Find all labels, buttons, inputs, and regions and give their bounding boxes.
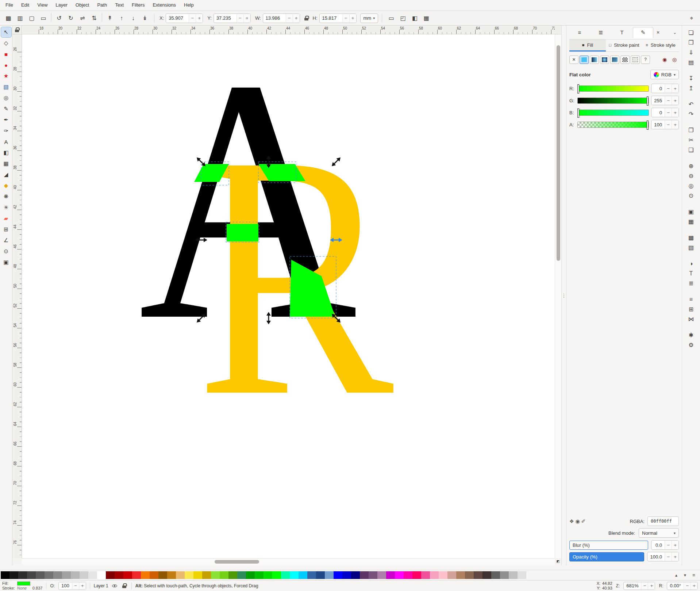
eraser-tool[interactable]: ▰ — [1, 213, 11, 224]
opacity-increment-icon[interactable]: + — [672, 552, 678, 561]
pen-tool[interactable]: ✒ — [1, 115, 11, 125]
rotation-decrement-icon[interactable]: − — [684, 582, 691, 590]
paint-flat-color[interactable] — [580, 56, 589, 64]
dialog-tab-text[interactable]: T — [612, 27, 632, 38]
slider-track-b[interactable] — [577, 110, 649, 116]
zoom-decrement-icon[interactable]: − — [641, 582, 648, 590]
paint-bucket-tool[interactable]: ◆ — [1, 180, 11, 191]
dock-expander-icon[interactable]: ⌄ — [671, 28, 679, 37]
clone-icon[interactable]: ▦ — [686, 217, 697, 226]
palette-swatch[interactable] — [509, 571, 518, 579]
unit-selector[interactable]: mm ▾ — [360, 14, 378, 23]
selector-tool[interactable]: ↖ — [1, 27, 11, 37]
fill-rule-nonzero-icon[interactable]: ◎ — [670, 56, 679, 64]
selection-box-icon[interactable]: ▭ — [38, 13, 49, 24]
undo-icon[interactable]: ↶ — [686, 99, 697, 109]
zoom-tool[interactable]: ⊙ — [1, 246, 11, 256]
connector-tool[interactable]: ⊞ — [1, 224, 11, 235]
palette-swatch[interactable] — [316, 571, 325, 579]
gradient-tool[interactable]: ◧ — [1, 148, 11, 158]
layer-visibility-icon[interactable] — [112, 583, 117, 588]
slider-g-input-value[interactable]: 255 — [651, 98, 665, 103]
x-input[interactable]: 35.907 − + — [166, 14, 203, 23]
slider-r-input-decrement-icon[interactable]: − — [665, 84, 672, 93]
palette-swatch[interactable] — [491, 571, 500, 579]
palette-swatch[interactable] — [176, 571, 185, 579]
tweak-tool[interactable]: ❋ — [1, 191, 11, 202]
spiral-tool[interactable]: ◎ — [1, 93, 11, 103]
deselect-icon[interactable]: ▢ — [26, 13, 37, 24]
slider-a-input-decrement-icon[interactable]: − — [665, 120, 672, 129]
palette-swatch[interactable] — [106, 571, 115, 579]
layer-lock-icon[interactable] — [122, 583, 126, 588]
palette-swatch[interactable] — [421, 571, 430, 579]
slider-handle[interactable] — [578, 85, 579, 93]
horizontal-ruler[interactable]: 1820222426283032343638404244464850525456… — [22, 26, 555, 34]
dialog-tab-fill-stroke[interactable]: ✎ — [633, 27, 653, 38]
tab-fill[interactable]: ■Fill — [569, 39, 606, 52]
slider-g-input[interactable]: 255−+ — [651, 96, 679, 105]
rectangle-tool[interactable]: ■ — [1, 49, 11, 59]
find-icon[interactable]: ✱ — [686, 330, 697, 340]
layer-indicator[interactable]: Layer 1 — [94, 583, 108, 588]
object-opacity-input[interactable]: 100 − + — [58, 582, 86, 590]
slider-g-input-increment-icon[interactable]: + — [672, 96, 678, 105]
y-value[interactable]: 37.235 — [214, 15, 236, 21]
calligraphy-tool[interactable]: ✑ — [1, 126, 11, 136]
rotation-increment-icon[interactable]: + — [691, 582, 697, 590]
menu-filters[interactable]: Filters — [128, 0, 149, 11]
dropper-tool[interactable]: ◢ — [1, 169, 11, 180]
menu-text[interactable]: Text — [111, 0, 128, 11]
opacity-value[interactable]: 100.0 — [647, 554, 665, 560]
slider-a-input-value[interactable]: 100 — [651, 122, 665, 127]
open-document-icon[interactable]: ❒ — [686, 38, 697, 47]
palette-swatch[interactable] — [45, 571, 53, 579]
h-increment-icon[interactable]: + — [349, 14, 356, 23]
lower-icon[interactable]: ↓ — [128, 13, 139, 24]
palette-swatch[interactable] — [447, 571, 456, 579]
paint-pattern[interactable] — [620, 56, 630, 64]
palette-swatch[interactable] — [185, 571, 193, 579]
guide-lock-icon[interactable] — [15, 27, 19, 32]
y-input[interactable]: 37.235 − + — [214, 14, 251, 23]
select-same-icon[interactable]: ▥ — [15, 13, 26, 24]
slider-g-input-decrement-icon[interactable]: − — [665, 96, 672, 105]
palette-swatch[interactable] — [500, 571, 509, 579]
slider-b-input-decrement-icon[interactable]: − — [665, 108, 672, 117]
palette-scroll-down-icon[interactable]: ▾ — [682, 572, 688, 578]
zoom-in-icon[interactable]: ⊕ — [686, 161, 697, 171]
palette-swatch[interactable] — [53, 571, 62, 579]
export-icon[interactable]: ↥ — [686, 83, 697, 93]
palette-swatch[interactable] — [228, 571, 237, 579]
color-mode-selector[interactable]: RGB ▾ — [650, 70, 679, 79]
menu-layer[interactable]: Layer — [51, 0, 72, 11]
palette-swatch[interactable] — [281, 571, 290, 579]
menu-object[interactable]: Object — [72, 0, 93, 11]
blur-value[interactable]: 0.0 — [651, 542, 665, 548]
palette-swatch[interactable] — [395, 571, 404, 579]
palette-swatch[interactable] — [132, 571, 141, 579]
palette-swatch[interactable] — [246, 571, 255, 579]
menu-extensions[interactable]: Extensions — [149, 0, 180, 11]
w-increment-icon[interactable]: + — [293, 14, 300, 23]
slider-handle[interactable] — [647, 121, 648, 129]
measure-tool[interactable]: ∠ — [1, 235, 11, 245]
slider-b-input-value[interactable]: 0 — [651, 110, 665, 115]
select-all-icon[interactable]: ▩ — [3, 13, 14, 24]
scale-gradient-toggle-icon[interactable]: ◧ — [409, 13, 420, 24]
palette-swatch[interactable] — [80, 571, 88, 579]
pages-tool[interactable]: ▣ — [1, 257, 11, 267]
palette-swatch[interactable] — [377, 571, 386, 579]
slider-b-input[interactable]: 0−+ — [651, 108, 679, 117]
duplicate-icon[interactable]: ▣ — [686, 207, 697, 217]
zoom-value[interactable]: 681% — [624, 583, 641, 588]
lower-to-bottom-icon[interactable]: ↡ — [139, 13, 150, 24]
palette-swatch[interactable] — [9, 571, 18, 579]
canvas[interactable]: A R — [22, 34, 555, 558]
scale-corners-toggle-icon[interactable]: ◰ — [397, 13, 408, 24]
opacity-slider[interactable]: Opacity (%) — [569, 552, 644, 561]
slider-r-input-increment-icon[interactable]: + — [672, 84, 678, 93]
color-picker-icon[interactable]: ✐ — [581, 518, 586, 524]
rotation-value[interactable]: 0.00° — [667, 583, 684, 588]
zoom-out-icon[interactable]: ⊖ — [686, 171, 697, 181]
